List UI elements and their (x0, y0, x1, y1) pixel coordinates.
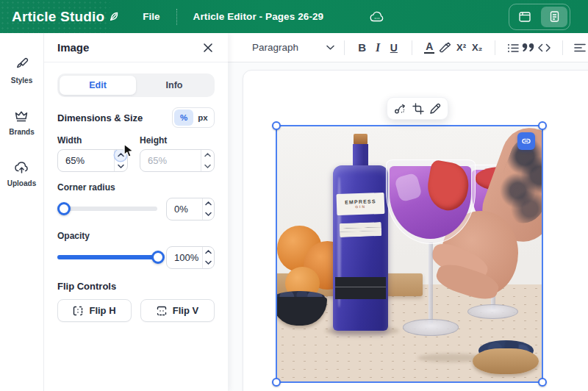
superscript-button[interactable]: X² (453, 37, 470, 59)
top-bar: Article Studio File Article Editor - Pag… (0, 0, 588, 33)
crop-icon (412, 103, 424, 115)
corner-radius-input[interactable] (167, 198, 202, 220)
sidebar-item-uploads[interactable]: Uploads (7, 161, 36, 187)
photo-bottle-small-label (339, 222, 381, 237)
sidebar-item-label: Uploads (7, 179, 36, 187)
tab-edit[interactable]: Edit (60, 76, 136, 95)
corner-radius-slider-handle[interactable] (57, 202, 71, 215)
height-stepper-up[interactable] (201, 150, 214, 161)
quote-icon (522, 43, 535, 53)
height-stepper-down[interactable] (201, 161, 214, 172)
bold-button[interactable]: B (354, 37, 370, 59)
brush-icon (15, 57, 29, 71)
replace-image-button[interactable] (394, 102, 406, 115)
app-logo[interactable]: Article Studio (0, 9, 132, 25)
close-panel-button[interactable] (201, 41, 215, 54)
corner-radius-value-group (166, 198, 215, 220)
unit-percent-button[interactable]: % (174, 110, 193, 126)
corner-radius-stepper-down[interactable] (203, 209, 214, 220)
height-input[interactable] (140, 150, 201, 171)
flip-vertical-button[interactable]: Flip V (140, 299, 215, 322)
underline-button[interactable]: U (386, 37, 402, 59)
flip-horizontal-label: Flip H (89, 305, 115, 316)
toolbar-divider (495, 40, 495, 55)
crop-image-button[interactable] (412, 103, 424, 115)
align-left-icon (574, 43, 586, 52)
sidebar-item-brands[interactable]: Brands (9, 110, 34, 136)
opacity-slider-handle[interactable] (151, 251, 165, 264)
flip-vertical-label: Flip V (173, 305, 198, 316)
flip-horizontal-icon (73, 306, 83, 316)
selection-handle-top-right[interactable] (538, 121, 547, 130)
width-stepper-up[interactable] (115, 150, 127, 161)
chevron-down-icon (326, 45, 334, 50)
photo-bottle-label: EMPRESS GIN (336, 192, 384, 215)
flip-horizontal-button[interactable]: Flip H (57, 299, 132, 322)
cloud-sync-icon (369, 10, 385, 24)
selection-handle-top-left[interactable] (272, 121, 281, 130)
photo-flower-bowl (473, 348, 539, 374)
file-menu[interactable]: File (132, 11, 176, 22)
topbar-divider (176, 9, 177, 25)
selection-handle-bottom-right[interactable] (538, 378, 547, 387)
pencil-icon (429, 103, 441, 115)
opacity-stepper-down[interactable] (203, 257, 214, 268)
subscript-button[interactable]: X₂ (469, 37, 485, 59)
document-icon (550, 11, 559, 22)
photo-bottle-dark-band (335, 277, 387, 298)
text-color-button[interactable]: A (421, 37, 437, 59)
opacity-value-group (166, 246, 215, 269)
layout-view-button[interactable] (512, 7, 538, 27)
tab-info[interactable]: Info (136, 76, 212, 95)
highlighter-icon (439, 42, 451, 53)
opacity-stepper-up[interactable] (203, 247, 214, 258)
code-button[interactable] (537, 37, 553, 59)
selection-handle-bottom-left[interactable] (272, 378, 281, 387)
crown-icon (14, 110, 29, 123)
highlight-button[interactable] (437, 37, 453, 59)
align-button[interactable] (572, 37, 588, 59)
slider-track (57, 207, 157, 211)
photo-glass-stem (429, 243, 434, 323)
height-input-group (140, 149, 215, 172)
edit-image-button[interactable] (429, 103, 441, 115)
quill-icon (107, 11, 119, 23)
corner-radius-slider[interactable] (57, 197, 157, 220)
opacity-slider[interactable] (57, 245, 157, 269)
unit-px-button[interactable]: px (193, 110, 212, 126)
height-stepper (201, 150, 214, 171)
opacity-input[interactable] (167, 247, 202, 268)
edit-info-tabs: Edit Info (57, 73, 215, 97)
toolbar-divider (344, 40, 345, 55)
corner-radius-stepper-up[interactable] (203, 198, 214, 209)
flip-controls-heading: Flip Controls (57, 281, 215, 292)
toolbar-divider (412, 40, 412, 55)
paragraph-style-dropdown[interactable]: Paragraph (252, 42, 334, 53)
italic-button[interactable]: I (370, 37, 386, 59)
width-input-group (57, 149, 128, 172)
sidebar-item-label: Styles (11, 76, 32, 85)
document-view-button[interactable] (541, 7, 567, 27)
sidebar-item-styles[interactable]: Styles (11, 57, 32, 85)
corner-radius-stepper (202, 198, 214, 220)
photo-glass-bowl (386, 159, 476, 244)
height-label: Height (140, 135, 167, 146)
photo-cocktail-glass-center (386, 159, 476, 351)
bullet-list-button[interactable] (505, 37, 521, 59)
image-link-badge[interactable] (517, 132, 535, 150)
photo-gin-bottle: EMPRESS GIN (333, 134, 389, 330)
blockquote-button[interactable] (520, 37, 537, 59)
flip-vertical-icon (157, 306, 167, 316)
selected-image[interactable]: EMPRESS GIN (276, 125, 543, 383)
app-title: Article Studio (12, 9, 104, 25)
opacity-label: Opacity (57, 231, 215, 241)
width-input[interactable] (58, 150, 114, 171)
width-stepper (114, 150, 127, 171)
width-stepper-down[interactable] (115, 161, 127, 172)
panel-title: Image (57, 41, 89, 54)
width-label: Width (57, 135, 140, 146)
paragraph-style-label: Paragraph (252, 42, 298, 53)
window-layout-icon (519, 12, 531, 22)
toolbar-divider (562, 40, 563, 55)
editor-canvas[interactable]: EMPRESS GIN (228, 62, 588, 391)
